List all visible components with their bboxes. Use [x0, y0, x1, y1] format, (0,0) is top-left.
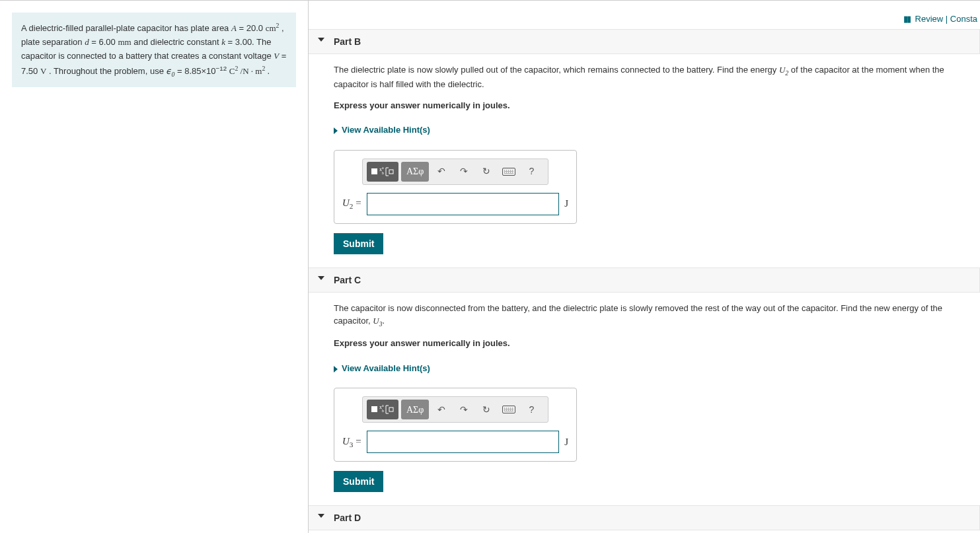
part-title: Part C: [334, 275, 361, 285]
text: .: [268, 66, 270, 76]
equation-toolbar: xab ΑΣφ ↶ ↷ ↻ ?: [362, 396, 548, 423]
greek-button[interactable]: ΑΣφ: [401, 162, 429, 182]
answer-input-row: U3 = J: [342, 431, 568, 453]
keyboard-button[interactable]: [499, 162, 519, 182]
review-link[interactable]: Review: [915, 14, 944, 24]
part-d-header[interactable]: Part D: [309, 505, 980, 530]
svg-text:a: a: [382, 166, 384, 170]
part-title: Part B: [334, 36, 361, 47]
part-title: Part D: [334, 513, 361, 523]
chevron-right-icon: [334, 127, 338, 134]
question-text: The capacitor is now disconnected from t…: [334, 302, 980, 330]
var-d: d: [85, 37, 89, 47]
help-button[interactable]: ?: [521, 162, 541, 182]
svg-rect-5: [371, 406, 377, 412]
chevron-down-icon: [318, 38, 324, 42]
svg-rect-9: [389, 408, 393, 411]
page-container: A dielectric-filled parallel-plate capac…: [0, 0, 980, 533]
keyboard-icon: [502, 406, 515, 413]
text: . Throughout the problem, use: [49, 66, 167, 76]
left-column: A dielectric-filled parallel-plate capac…: [0, 1, 309, 533]
var-A: A: [231, 23, 237, 33]
text: = 8.85×10: [177, 66, 216, 76]
var-eps0: ϵ0: [166, 66, 174, 76]
answer-input[interactable]: [367, 193, 559, 215]
svg-text:b: b: [382, 409, 384, 413]
answer-variable: U3 =: [342, 434, 361, 450]
text: = 6.00: [91, 37, 118, 47]
template-button[interactable]: xab: [367, 162, 398, 182]
answer-input-row: U2 = J: [342, 193, 568, 215]
equation-toolbar: xab ΑΣφ ↶ ↷ ↻ ?: [362, 159, 548, 185]
submit-button[interactable]: Submit: [334, 233, 383, 254]
express-instruction: Express your answer numerically in joule…: [334, 99, 980, 112]
answer-unit: J: [564, 196, 568, 211]
undo-button[interactable]: ↶: [432, 162, 451, 182]
unit-mm: mm: [118, 37, 131, 47]
top-links: ▮▮ Review | Consta: [309, 1, 980, 29]
var-V: V: [274, 51, 279, 61]
part-c-header[interactable]: Part C: [309, 267, 980, 293]
var-k: k: [221, 37, 225, 47]
unit-eps: C2 /N · m2: [229, 66, 268, 76]
part-b-body: The dielectric plate is now slowly pulle…: [309, 63, 980, 267]
text: = 20.0: [239, 23, 266, 33]
text: and dielectric constant: [133, 37, 221, 47]
text: A dielectric-filled parallel-plate capac…: [21, 23, 231, 33]
chevron-down-icon: [318, 276, 324, 280]
answer-variable: U2 =: [342, 195, 361, 212]
divider: |: [946, 14, 950, 24]
redo-button[interactable]: ↷: [454, 400, 474, 419]
part-c-body: The capacitor is now disconnected from t…: [309, 302, 980, 506]
part-b-header[interactable]: Part B: [309, 29, 980, 54]
book-icon: ▮▮: [903, 14, 910, 24]
keyboard-icon: [502, 168, 515, 176]
keyboard-button[interactable]: [499, 400, 519, 419]
express-instruction: Express your answer numerically in joule…: [334, 337, 980, 350]
answer-box: xab ΑΣφ ↶ ↷ ↻ ? U3 = J: [334, 388, 577, 462]
template-button[interactable]: xab: [367, 400, 398, 419]
svg-text:a: a: [382, 404, 384, 408]
view-hints-link[interactable]: View Available Hint(s): [334, 362, 430, 375]
help-button[interactable]: ?: [521, 400, 541, 419]
problem-statement: A dielectric-filled parallel-plate capac…: [12, 13, 296, 87]
chevron-down-icon: [318, 514, 324, 518]
constants-link[interactable]: Consta: [950, 14, 977, 24]
view-hints-link[interactable]: View Available Hint(s): [334, 124, 430, 137]
undo-button[interactable]: ↶: [432, 400, 451, 419]
svg-text:b: b: [382, 171, 384, 175]
question-text: The dielectric plate is now slowly pulle…: [334, 63, 980, 91]
answer-input[interactable]: [367, 431, 559, 453]
answer-unit: J: [564, 435, 568, 450]
svg-rect-4: [389, 170, 393, 174]
unit-cm2: cm2: [266, 23, 280, 33]
unit-V: V: [40, 66, 46, 76]
right-column: ▮▮ Review | Consta Part B The dielectric…: [309, 1, 980, 533]
reset-button[interactable]: ↻: [476, 162, 496, 182]
greek-button[interactable]: ΑΣφ: [401, 400, 429, 419]
answer-box: xab ΑΣφ ↶ ↷ ↻ ? U2 = J: [334, 150, 577, 224]
redo-button[interactable]: ↷: [454, 162, 474, 182]
reset-button[interactable]: ↻: [476, 400, 496, 419]
submit-button[interactable]: Submit: [334, 471, 383, 492]
chevron-right-icon: [334, 366, 338, 373]
exp: −12: [216, 65, 227, 72]
svg-rect-0: [371, 168, 377, 174]
